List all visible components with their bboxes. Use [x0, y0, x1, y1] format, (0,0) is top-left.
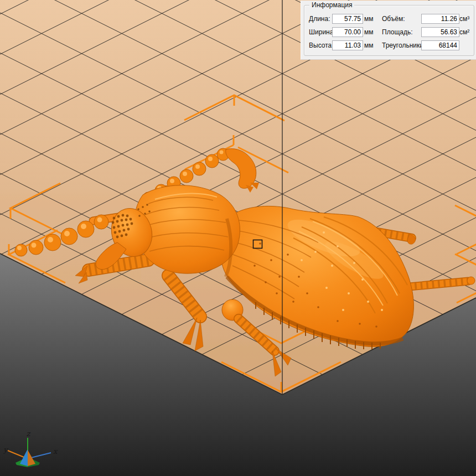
width-label: Ширина: — [309, 28, 335, 37]
volume-unit: см³ — [459, 14, 469, 23]
area-field[interactable] — [421, 27, 459, 37]
volume-field[interactable] — [421, 14, 459, 24]
gizmo-face-orange — [28, 450, 35, 466]
area-label: Площадь: — [382, 28, 413, 37]
triangles-field[interactable] — [421, 40, 459, 50]
length-field[interactable] — [332, 14, 363, 24]
info-groupbox: Информация Длина: мм Ширина: мм Высота: … — [304, 5, 474, 56]
axis-gizmo: z y x — [3, 430, 58, 467]
length-unit: мм — [364, 14, 374, 23]
area-unit: см² — [459, 28, 469, 37]
width-unit: мм — [364, 28, 374, 37]
height-label: Высота: — [309, 41, 334, 50]
axis-x-label: x — [53, 447, 58, 456]
info-panel: Информация Длина: мм Ширина: мм Высота: … — [301, 1, 476, 60]
height-field[interactable] — [332, 40, 363, 50]
3d-viewport[interactable]: z y x — [0, 0, 476, 476]
length-label: Длина: — [309, 14, 330, 23]
axis-y-label: y — [3, 446, 8, 454]
width-field[interactable] — [332, 27, 363, 37]
info-panel-title: Информация — [309, 1, 354, 9]
gizmo-face-blue — [20, 450, 28, 466]
triangles-label: Треугольники — [382, 41, 423, 50]
volume-label: Объём: — [382, 14, 405, 23]
axis-z-label: z — [27, 430, 31, 438]
axis-x-line — [29, 453, 51, 458]
scene-canvas: z y x — [0, 0, 476, 476]
height-unit: мм — [364, 41, 374, 50]
